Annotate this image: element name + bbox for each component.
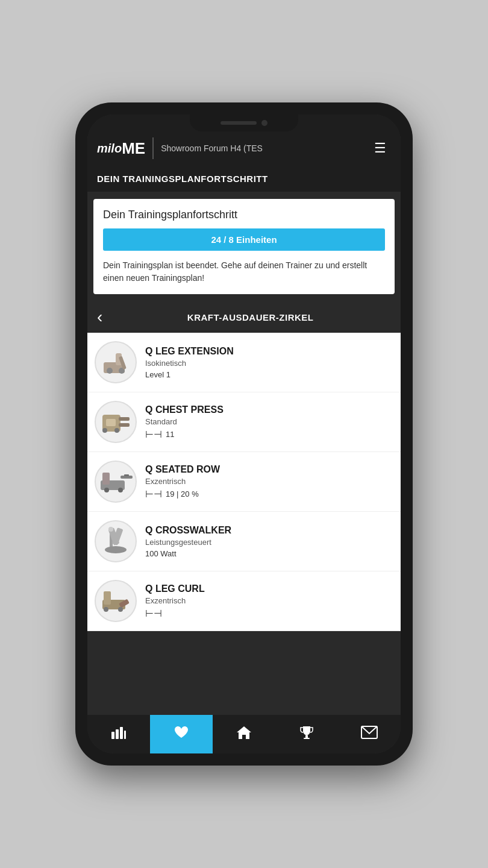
svg-rect-27 [111, 732, 114, 739]
nav-health[interactable] [150, 715, 213, 753]
svg-point-10 [114, 428, 119, 433]
exercise-meta-3: ⊢⊣ 19 | 20 % [145, 488, 393, 500]
circuit-title: KRAFT-AUSDAUER-ZIRKEL [110, 312, 391, 322]
exercise-image-2 [95, 401, 137, 443]
exercise-item-1[interactable]: Q LEG EXTENSION Isokinetisch Level 1 [87, 333, 401, 392]
exercise-type-2: Standard [145, 417, 393, 426]
svg-rect-6 [119, 417, 130, 421]
logo-me: ME [122, 140, 145, 156]
svg-point-9 [102, 428, 107, 433]
exercise-image-5 [95, 580, 137, 622]
svg-rect-35 [304, 738, 310, 739]
exercise-name-2: Q CHEST PRESS [145, 404, 393, 415]
exercise-info-3: Q SEATED ROW Exzentrisch ⊢⊣ 19 | 20 % [145, 464, 393, 500]
phone-frame: milo ME Showroom Forum H4 (TES ☰ DEIN TR… [75, 102, 413, 766]
exercise-level-1: Level 1 [145, 370, 170, 379]
exercise-weight-3: 19 | 20 % [166, 489, 199, 498]
header-location: Showroom Forum H4 (TES [161, 143, 369, 153]
svg-point-25 [104, 607, 108, 612]
hamburger-button[interactable]: ☰ [369, 138, 391, 159]
exercise-meta-1: Level 1 [145, 370, 393, 379]
header-divider [152, 137, 154, 159]
exercise-type-5: Exzentrisch [145, 596, 393, 605]
svg-point-14 [104, 488, 109, 492]
exercise-name-1: Q LEG EXTENSION [145, 346, 393, 357]
section-title-bar: DEIN TRAININGSPLANFORTSCHRITT [87, 166, 401, 192]
exercise-name-3: Q SEATED ROW [145, 464, 393, 475]
back-button[interactable]: ‹ [97, 307, 102, 327]
main-content[interactable]: Dein Trainingsplanfortschritt 24 / 8 Ein… [87, 192, 401, 715]
svg-point-15 [118, 488, 123, 492]
exercise-list: Q LEG EXTENSION Isokinetisch Level 1 [87, 333, 401, 631]
weight-icon-2: ⊢⊣ [145, 429, 162, 440]
exercise-item-5[interactable]: Q LEG CURL Exzentrisch ⊢⊣ [87, 571, 401, 631]
camera [261, 120, 267, 126]
bottom-nav [87, 715, 401, 753]
exercise-meta-4: 100 Watt [145, 549, 393, 558]
exercise-info-1: Q LEG EXTENSION Isokinetisch Level 1 [145, 346, 393, 379]
exercise-info-2: Q CHEST PRESS Standard ⊢⊣ 11 [145, 404, 393, 440]
exercise-info-4: Q CROSSWALKER Leistungsgesteuert 100 Wat… [145, 525, 393, 558]
exercise-meta-2: ⊢⊣ 11 [145, 429, 393, 440]
stats-icon [111, 726, 127, 743]
home-icon [236, 725, 252, 743]
svg-rect-29 [120, 727, 123, 739]
health-icon [173, 725, 190, 743]
nav-home[interactable] [213, 715, 275, 753]
svg-point-18 [105, 546, 127, 553]
phone-screen: milo ME Showroom Forum H4 (TES ☰ DEIN TR… [87, 115, 401, 753]
section-title: DEIN TRAININGSPLANFORTSCHRITT [97, 174, 268, 184]
progress-bar[interactable]: 24 / 8 Einheiten [103, 228, 385, 251]
exercise-item-2[interactable]: Q CHEST PRESS Standard ⊢⊣ 11 [87, 392, 401, 452]
svg-rect-12 [102, 473, 110, 485]
exercise-item-4[interactable]: Q CROSSWALKER Leistungsgesteuert 100 Wat… [87, 512, 401, 571]
svg-point-2 [107, 368, 113, 374]
exercise-image-4 [95, 520, 137, 562]
exercise-weight-2: 11 [166, 430, 174, 439]
exercise-name-4: Q CROSSWALKER [145, 525, 393, 536]
svg-rect-28 [116, 729, 119, 739]
logo-milo: milo [97, 142, 122, 156]
svg-rect-7 [119, 423, 130, 427]
speaker [221, 121, 257, 125]
svg-rect-16 [124, 474, 129, 476]
svg-marker-33 [237, 726, 251, 739]
circuit-header: ‹ KRAFT-AUSDAUER-ZIRKEL [87, 301, 401, 333]
svg-rect-23 [104, 591, 111, 605]
progress-description: Dein Trainingsplan ist beendet. Gehe auf… [103, 259, 385, 285]
phone-notch [190, 115, 298, 131]
exercise-item-3[interactable]: Q SEATED ROW Exzentrisch ⊢⊣ 19 | 20 % [87, 452, 401, 512]
trophy-icon [299, 725, 314, 743]
svg-rect-30 [124, 731, 126, 739]
exercise-name-5: Q LEG CURL [145, 583, 393, 594]
progress-card-title: Dein Trainingsplanfortschritt [103, 209, 385, 221]
progress-card: Dein Trainingsplanfortschritt 24 / 8 Ein… [93, 199, 395, 294]
svg-point-26 [118, 607, 123, 612]
exercise-watt-4: 100 Watt [145, 549, 177, 558]
exercise-image-3 [95, 461, 137, 503]
exercise-image-1 [95, 341, 137, 383]
svg-point-21 [108, 527, 113, 532]
mail-icon [361, 726, 378, 743]
svg-rect-32 [181, 729, 182, 733]
svg-rect-34 [305, 735, 308, 738]
logo: milo ME [97, 140, 145, 156]
weight-icon-5: ⊢⊣ [145, 608, 162, 619]
exercise-info-5: Q LEG CURL Exzentrisch ⊢⊣ [145, 583, 393, 619]
nav-trophy[interactable] [275, 715, 338, 753]
exercise-type-4: Leistungsgesteuert [145, 538, 393, 547]
exercise-type-1: Isokinetisch [145, 359, 393, 368]
svg-rect-8 [106, 419, 116, 426]
exercise-meta-5: ⊢⊣ [145, 608, 393, 619]
nav-stats[interactable] [87, 715, 150, 753]
weight-icon-3: ⊢⊣ [145, 488, 162, 500]
nav-mail[interactable] [338, 715, 401, 753]
exercise-type-3: Exzentrisch [145, 477, 393, 486]
